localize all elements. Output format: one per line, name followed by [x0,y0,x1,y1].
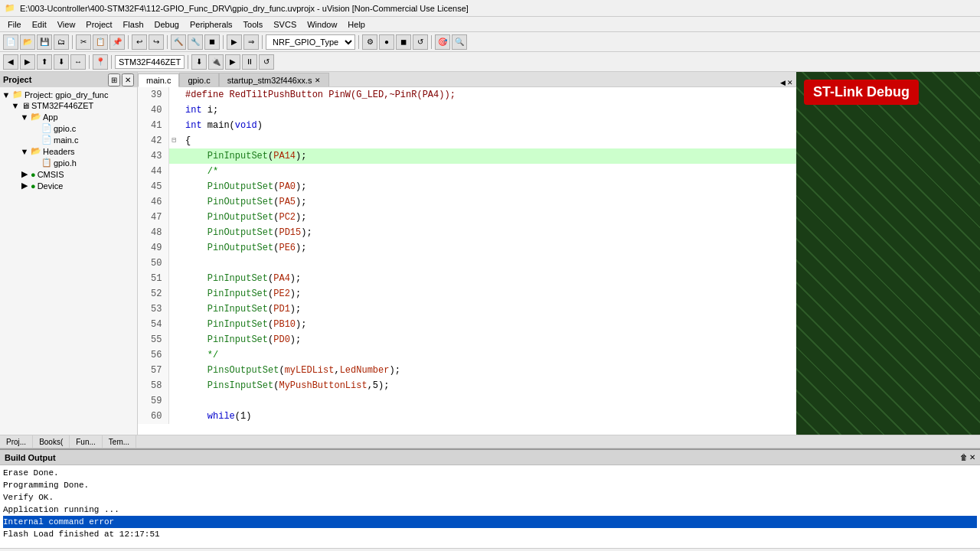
line-content-46[interactable]: PinOutputSet(PA5); [179,194,796,210]
save-all-btn[interactable]: 🗂 [54,34,69,50]
line-content-51[interactable]: PinInputSet(PA4); [179,271,796,286]
menu-item-window[interactable]: Window [302,19,341,30]
new-file-btn[interactable]: 📄 [3,34,18,50]
code-line-52[interactable]: 52 PinInputSet(PE2); [138,286,796,302]
line-content-59[interactable] [179,393,796,409]
chip-expand[interactable]: ▼ [11,101,20,110]
undo-btn[interactable]: ↩ [132,34,147,50]
line-content-40[interactable]: int i; [179,103,796,118]
code-line-42[interactable]: 42⊟{ [138,133,796,148]
code-line-39[interactable]: 39#define RedTiltPushButton PinW(G_LED,~… [138,87,796,103]
code-line-53[interactable]: 53 PinInputSet(PD1); [138,302,796,317]
line-content-56[interactable]: */ [179,347,796,363]
line-content-45[interactable]: PinOutputSet(PA0); [179,179,796,194]
menu-item-view[interactable]: View [53,19,80,30]
code-line-46[interactable]: 46 PinOutputSet(PA5); [138,194,796,210]
t2-download-btn[interactable]: ⬇ [191,54,207,70]
line-content-41[interactable]: int main(void) [179,118,796,133]
bottom-tab-fun[interactable]: Fun... [70,435,103,448]
target-btn[interactable]: 🎯 [435,34,450,50]
reset-btn[interactable]: ↺ [413,34,428,50]
build-output-close-btn[interactable]: ✕ [969,453,975,461]
tab-startup-close[interactable]: ✕ [315,77,321,84]
open-btn[interactable]: 📂 [20,34,35,50]
t2-run-btn[interactable]: ▶ [225,54,240,70]
menu-item-tools[interactable]: Tools [239,19,268,30]
t2-btn6[interactable]: 📍 [93,54,108,70]
settings-btn[interactable]: ⚙ [362,34,377,50]
line-content-52[interactable]: PinInputSet(PE2); [179,286,796,302]
rebuild-btn[interactable]: 🔧 [188,34,203,50]
tree-root[interactable]: ▼ 📁 Project: gpio_dry_func [0,89,137,100]
line-content-47[interactable]: PinOutputSet(PC2); [179,210,796,225]
app-expand[interactable]: ▼ [20,112,29,122]
save-btn[interactable]: 💾 [37,34,52,50]
step-btn[interactable]: ⇒ [243,34,259,50]
menu-item-flash[interactable]: Flash [119,19,149,30]
line-content-57[interactable]: PinsOutputSet(myLEDList,LedNumber); [179,363,796,378]
code-line-54[interactable]: 54 PinInputSet(PB10); [138,317,796,332]
t2-btn4[interactable]: ⬇ [54,54,69,70]
code-line-50[interactable]: 50 [138,256,796,271]
line-content-53[interactable]: PinInputSet(PD1); [179,302,796,317]
t2-btn3[interactable]: ⬆ [37,54,52,70]
code-line-51[interactable]: 51 PinInputSet(PA4); [138,271,796,286]
menu-item-file[interactable]: File [3,19,26,30]
redo-btn[interactable]: ↪ [149,34,164,50]
t2-btn2[interactable]: ▶ [20,54,35,70]
tree-cmsis[interactable]: ▶ ● CMSIS [0,168,137,180]
tab-prev-btn[interactable]: ◀ [780,79,786,86]
line-content-39[interactable]: #define RedTiltPushButton PinW(G_LED,~Pi… [179,87,796,103]
t2-btn5[interactable]: ↔ [70,54,86,70]
t2-stop2-btn[interactable]: ⏸ [242,54,257,70]
bottom-tab-books[interactable]: Books( [33,435,70,448]
t2-connect-btn[interactable]: 🔌 [208,54,224,70]
code-line-43[interactable]: 43 PinInputSet(PA14); [138,148,796,164]
tree-gpio-c[interactable]: 📄 gpio.c [0,122,137,134]
code-line-56[interactable]: 56 */ [138,347,796,363]
tree-device[interactable]: ▶ ● Device [0,180,137,191]
t2-btn1[interactable]: ◀ [3,54,18,70]
code-line-55[interactable]: 55 PinInputSet(PD0); [138,332,796,347]
line-content-43[interactable]: PinInputSet(PA14); [179,148,796,164]
line-content-54[interactable]: PinInputSet(PB10); [179,317,796,332]
code-line-57[interactable]: 57 PinsOutputSet(myLEDList,LedNumber); [138,363,796,378]
menu-item-edit[interactable]: Edit [28,19,51,30]
menu-item-project[interactable]: Project [81,19,116,30]
tab-main-c[interactable]: main.c [138,73,179,87]
cmsis-expand[interactable]: ▶ [20,169,29,179]
tab-close-all-btn[interactable]: ✕ [787,79,793,86]
build-output-content[interactable]: Erase Done.Programming Done.Verify OK.Ap… [0,465,980,548]
line-content-50[interactable] [179,256,796,271]
line-content-58[interactable]: PinsInputSet(MyPushButtonList,5); [179,378,796,393]
code-line-44[interactable]: 44 /* [138,164,796,179]
copy-btn[interactable]: 📋 [93,34,108,50]
headers-expand[interactable]: ▼ [20,147,29,156]
device-expand[interactable]: ▶ [20,181,29,191]
tab-startup[interactable]: startup_stm32f446xx.s ✕ [219,73,330,86]
tree-headers[interactable]: ▼ 📂 Headers [0,145,137,157]
sidebar-expand-btn[interactable]: ⊞ [108,73,120,86]
code-line-41[interactable]: 41int main(void) [138,118,796,133]
t2-reset2-btn[interactable]: ↺ [259,54,274,70]
bottom-tab-proj[interactable]: Proj... [0,435,33,448]
code-editor[interactable]: 39#define RedTiltPushButton PinW(G_LED,~… [138,87,796,435]
tree-main-c[interactable]: 📄 main.c [0,134,137,145]
line-content-60[interactable]: while(1) [179,409,796,424]
line-content-49[interactable]: PinOutputSet(PE6); [179,240,796,256]
search-btn[interactable]: 🔍 [452,34,467,50]
code-line-45[interactable]: 45 PinOutputSet(PA0); [138,179,796,194]
line-content-48[interactable]: PinOutputSet(PD15); [179,225,796,240]
code-line-40[interactable]: 40int i; [138,103,796,118]
chip-label[interactable]: STM32F446ZET [115,55,185,69]
code-line-58[interactable]: 58 PinsInputSet(MyPushButtonList,5); [138,378,796,393]
run-btn[interactable]: ● [379,34,394,50]
tree-chip[interactable]: ▼ 🖥 STM32F446ZET [0,100,137,111]
code-line-49[interactable]: 49 PinOutputSet(PE6); [138,240,796,256]
tree-gpio-h[interactable]: 📋 gpio.h [0,157,137,168]
cut-btn[interactable]: ✂ [76,34,91,50]
code-line-48[interactable]: 48 PinOutputSet(PD15); [138,225,796,240]
debug-btn[interactable]: ▶ [227,34,242,50]
device-dropdown[interactable]: NRF_GPIO_Type [266,34,355,50]
code-line-47[interactable]: 47 PinOutputSet(PC2); [138,210,796,225]
